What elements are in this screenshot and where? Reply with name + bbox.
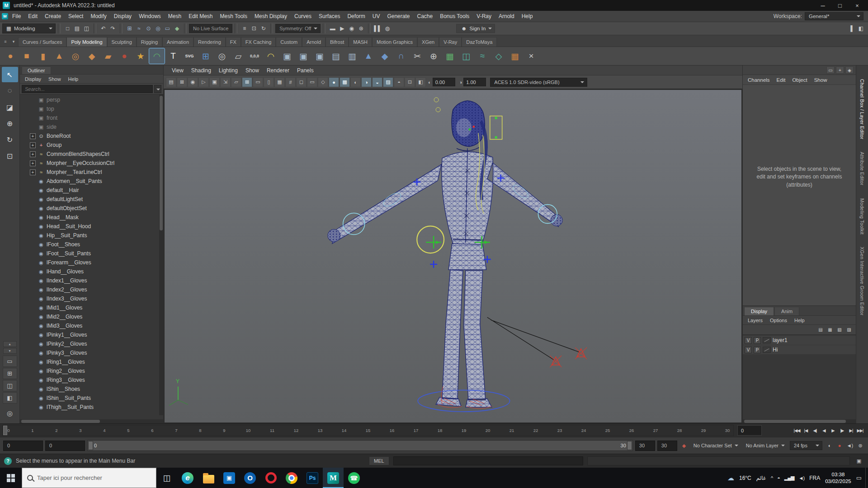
taskbar-clock[interactable]: 03:38 03/02/2025 — [825, 471, 851, 485]
new-scene-icon[interactable]: □ — [63, 24, 72, 33]
channel-pin-icon[interactable]: + — [836, 66, 844, 74]
shelf-tab[interactable]: XGen — [417, 37, 439, 47]
expand-toggle-icon[interactable] — [30, 296, 36, 302]
outliner-item[interactable]: default__Hair — [20, 186, 163, 195]
menu-item[interactable]: Edit Mesh — [185, 12, 216, 21]
expand-toggle-icon[interactable] — [30, 178, 36, 184]
separate-icon[interactable]: ▥ — [344, 48, 360, 64]
command-line-input[interactable] — [393, 456, 583, 465]
multi-cut-icon[interactable]: ✂ — [410, 48, 425, 64]
motion-blur-icon[interactable]: ◓ — [394, 77, 404, 87]
menu-set-dropdown[interactable]: ▦ Modeling — [2, 23, 56, 33]
close-button[interactable]: × — [849, 1, 865, 10]
snap-to-grid-icon[interactable]: ⊞ — [125, 24, 134, 33]
expand-toggle-icon[interactable] — [30, 160, 36, 166]
append-polygon-icon[interactable]: ▱ — [231, 48, 246, 64]
outliner-item[interactable]: BoneRoot — [20, 131, 163, 141]
outliner-item[interactable]: persp — [20, 95, 163, 104]
expand-toggle-icon[interactable] — [30, 97, 36, 103]
menu-item[interactable]: Help — [518, 12, 537, 21]
quad-draw-icon[interactable]: ▦ — [442, 48, 458, 64]
expand-toggle-icon[interactable] — [30, 395, 36, 401]
modeling-toolkit-toggle-icon[interactable]: ▐ — [846, 24, 855, 33]
make-live-icon[interactable]: ◆ — [172, 24, 182, 33]
dock-tab[interactable]: Channel Box / Layer Editor — [859, 79, 865, 139]
action-center-icon[interactable]: ▭ — [856, 474, 861, 481]
select-camera-icon[interactable]: ▤ — [166, 77, 176, 87]
expand-toggle-icon[interactable] — [30, 260, 36, 266]
expand-toggle-icon[interactable] — [30, 269, 36, 275]
weather-temperature[interactable]: 16°C — [739, 475, 751, 481]
symmetry-dropdown[interactable]: Symmetry: Off — [275, 24, 321, 33]
task-view[interactable]: ◫ — [156, 468, 177, 488]
shelf-tab[interactable]: Poly Modeling — [66, 37, 107, 47]
outliner-item[interactable]: lShin__Shoes — [20, 385, 163, 394]
viewport-menu-item[interactable]: View — [168, 66, 187, 75]
view-transform-dropdown[interactable]: ACES 1.0 SDR-video (sRGB) — [490, 78, 587, 87]
step-forward-frame-button[interactable]: |▶ — [838, 425, 846, 436]
pan-zoom-icon[interactable]: ⇲ — [220, 77, 231, 87]
channel-box-menu-item[interactable]: Show — [811, 76, 830, 84]
menu-item[interactable]: Surfaces — [315, 12, 344, 21]
construction-grid-icon[interactable]: ⊞ — [198, 48, 213, 64]
safe-title-icon[interactable]: ▭ — [307, 77, 317, 87]
outliner-item[interactable]: lPinky3__Gloves — [20, 348, 163, 357]
toolbox-mini-up-button[interactable]: ▴ — [3, 341, 17, 347]
outliner-item[interactable]: lIndex2__Gloves — [20, 285, 163, 294]
snap-to-curve-icon[interactable]: ≈ — [134, 24, 144, 33]
menu-item[interactable]: Mesh Display — [251, 12, 291, 21]
move-tool[interactable]: ⊕ — [2, 116, 18, 131]
channel-box-menu-item[interactable]: Object — [789, 76, 810, 84]
layer-editor-menu-item[interactable]: Options — [767, 317, 790, 324]
rotate-tool[interactable]: ↻ — [2, 132, 18, 147]
layer-empty-icon[interactable]: ▦ — [826, 326, 834, 333]
script-editor-icon[interactable]: ▣ — [854, 456, 864, 465]
anim-layer-dropdown[interactable]: No Anim Layer — [743, 443, 788, 448]
extrude-icon[interactable]: ▲ — [361, 48, 376, 64]
layer-editor-menu-item[interactable]: Help — [791, 317, 808, 324]
menu-item[interactable]: Deform — [344, 12, 368, 21]
network-icon[interactable]: ▂▄▆ — [784, 475, 794, 481]
crate-icon[interactable]: ▦ — [507, 48, 523, 64]
taskbar-search[interactable] — [22, 468, 156, 488]
outliner-item[interactable]: defaultObjectSet — [20, 204, 163, 213]
channel-box-toggle-icon[interactable]: ◧ — [856, 24, 866, 33]
layout-single-pane-button[interactable]: ▭ — [3, 356, 17, 367]
shelf-edit-icon[interactable]: ▾ — [10, 38, 17, 45]
cleanup-icon[interactable]: × — [524, 48, 539, 64]
expand-toggle-icon[interactable] — [30, 233, 36, 239]
render-current-frame-icon[interactable]: ▶ — [337, 24, 347, 33]
volume-icon[interactable]: ◄) — [799, 475, 805, 481]
expand-toggle-icon[interactable] — [30, 350, 36, 356]
shelf-tab[interactable]: FX Caching — [241, 37, 276, 47]
search-filter-dropdown-icon[interactable] — [154, 85, 161, 93]
script-feedback-icon[interactable]: ◖ — [825, 441, 834, 450]
shelf-tab[interactable]: Rendering — [193, 37, 226, 47]
menu-item[interactable]: UV — [369, 12, 384, 21]
sign-in-button[interactable]: ☻ Sign In — [456, 24, 495, 33]
expand-toggle-icon[interactable] — [30, 305, 36, 311]
viewport-menu-item[interactable]: Shading — [188, 66, 215, 75]
expand-toggle-icon[interactable] — [30, 377, 36, 383]
expand-toggle-icon[interactable] — [30, 188, 36, 193]
live-surface-field[interactable]: No Live Surface — [189, 24, 232, 33]
maya[interactable]: M — [323, 468, 344, 488]
outliner-item[interactable]: lForearm__Gloves — [20, 258, 163, 267]
expand-toggle-icon[interactable] — [30, 197, 36, 202]
outliner-item[interactable]: defaultLightSet — [20, 195, 163, 204]
expand-toggle-icon[interactable] — [30, 287, 36, 293]
shelf-tab[interactable]: V-Ray — [439, 37, 462, 47]
step-forward-key-button[interactable]: ▶| — [847, 425, 855, 436]
outliner-item[interactable]: front — [20, 113, 163, 122]
layout-persp-outliner-button[interactable]: ◫ — [3, 380, 17, 391]
snap-to-projected-center-icon[interactable]: ◎ — [153, 24, 163, 33]
save-scene-icon[interactable]: ◫ — [82, 24, 91, 33]
outliner-item[interactable]: lRing2__Gloves — [20, 366, 163, 375]
play-forwards-button[interactable]: ▶ — [829, 425, 837, 436]
channel-slider-mode-icon[interactable]: ▭ — [826, 66, 835, 74]
target-weld-icon[interactable]: ⊕ — [426, 48, 441, 64]
remesh-icon[interactable]: ◇ — [491, 48, 506, 64]
shelf-tab[interactable]: MASH — [349, 37, 372, 47]
undo-icon[interactable]: ↶ — [99, 24, 108, 33]
outliner-item[interactable]: Head__Mask — [20, 213, 163, 222]
